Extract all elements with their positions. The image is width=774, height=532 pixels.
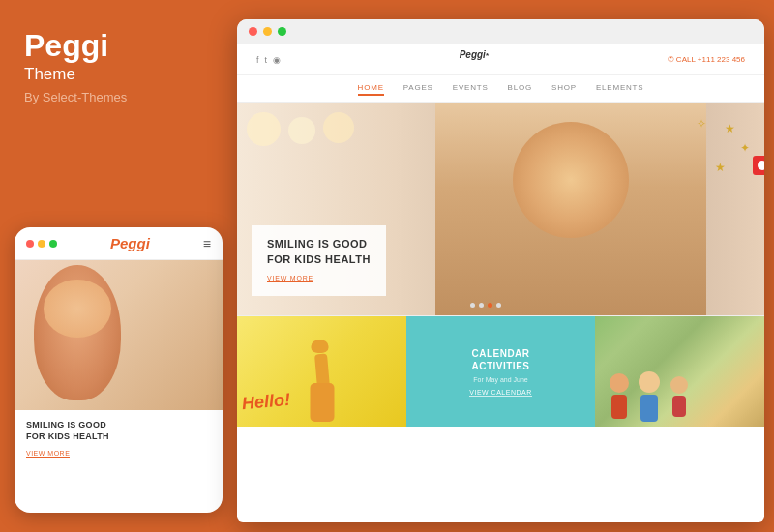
mobile-dot-green <box>49 240 57 248</box>
mobile-baby-image <box>34 265 121 400</box>
card-giraffe[interactable]: Hello! <box>237 316 406 427</box>
call-number: +111 223 456 <box>698 55 745 64</box>
pom-3 <box>323 112 354 143</box>
browser-mockup: f t ◉ Peggi* ✆ CALL +111 223 456 HOME PA… <box>237 19 764 522</box>
hero-section: ★ ✦ ✧ ★ SMILING IS GOODFOR KIDS HEALTH V… <box>237 103 764 315</box>
slide-dot-4[interactable] <box>496 303 501 308</box>
star-decoration-3: ✧ <box>697 117 706 131</box>
pom-2 <box>288 117 315 144</box>
giraffe-illustration <box>295 340 348 422</box>
hero-overlay: SMILING IS GOODFOR KIDS HEALTH VIEW MORE <box>252 225 386 296</box>
card-kids-photo[interactable] <box>595 316 764 427</box>
pom-decorations <box>247 112 354 146</box>
calendar-subtitle: For May and June <box>473 376 527 383</box>
hero-title: SMILING IS GOODFOR KIDS HEALTH <box>267 237 371 267</box>
star-decoration-4: ★ <box>715 161 726 174</box>
kids-photo-image <box>595 316 764 427</box>
mobile-window-controls <box>26 240 57 248</box>
star-decoration-1: ★ <box>725 122 735 135</box>
hamburger-menu-icon[interactable]: ≡ <box>203 237 211 251</box>
site-logo[interactable]: Peggi* <box>460 48 489 71</box>
pom-1 <box>247 112 281 146</box>
nav-shop[interactable]: SHOP <box>551 81 577 96</box>
left-panel: Peggi Theme By Select-Themes Peggi ≡ SMI… <box>0 0 237 532</box>
hero-view-more-link[interactable]: VIEW MORE <box>267 275 313 282</box>
browser-dot-yellow[interactable] <box>263 27 272 36</box>
mobile-hero-image <box>15 260 223 410</box>
slide-dot-3[interactable] <box>488 303 492 308</box>
nav-pages[interactable]: PAGES <box>403 81 433 96</box>
slide-dot-2[interactable] <box>479 303 484 308</box>
bottom-cards: Hello! CALENDARACTIVITIES For May and Ju… <box>237 315 764 427</box>
instagram-icon[interactable]: ◉ <box>273 55 281 65</box>
brand-title: Peggi Theme <box>24 29 213 84</box>
giraffe-head <box>311 340 328 353</box>
social-icons: f t ◉ <box>256 55 281 65</box>
mobile-hero-title: SMILING IS GOODFOR KIDS HEALTH <box>26 420 211 442</box>
calendar-view-link[interactable]: VIEW CALENDAR <box>469 389 531 397</box>
giraffe-body <box>310 383 334 422</box>
mobile-dot-yellow <box>38 240 45 248</box>
kid-figure-2 <box>639 371 660 422</box>
kid-figure-1 <box>610 373 629 419</box>
hello-text: Hello! <box>241 390 291 414</box>
nav-elements[interactable]: ELEMENTS <box>596 81 644 96</box>
browser-dot-red[interactable] <box>249 27 257 36</box>
website-content: f t ◉ Peggi* ✆ CALL +111 223 456 HOME PA… <box>237 44 764 522</box>
calendar-activities-title: CALENDARACTIVITIES <box>471 347 529 372</box>
mobile-mockup: Peggi ≡ SMILING IS GOODFOR KIDS HEALTH V… <box>15 227 223 513</box>
mobile-caption: SMILING IS GOODFOR KIDS HEALTH VIEW MORE <box>15 410 223 469</box>
site-header: f t ◉ Peggi* ✆ CALL +111 223 456 <box>237 44 764 75</box>
mobile-dot-red <box>26 240 34 248</box>
nav-blog[interactable]: BLOG <box>508 81 532 96</box>
slide-dot-1[interactable] <box>470 303 475 308</box>
byline: By Select-Themes <box>24 90 213 104</box>
notification-badge[interactable] <box>753 156 764 175</box>
mobile-top-bar: Peggi ≡ <box>15 227 223 260</box>
nav-events[interactable]: EVENTS <box>453 81 489 96</box>
twitter-icon[interactable]: t <box>265 55 268 65</box>
hero-decorations: ★ ✦ ✧ ★ <box>677 112 755 190</box>
mobile-view-more-link[interactable]: VIEW MORE <box>26 450 70 458</box>
card-calendar[interactable]: CALENDARACTIVITIES For May and June VIEW… <box>406 316 595 427</box>
nav-home[interactable]: HOME <box>358 81 384 96</box>
facebook-icon[interactable]: f <box>256 55 259 65</box>
mobile-logo: Peggi <box>110 235 150 251</box>
kid-figure-3 <box>670 376 688 417</box>
notification-icon <box>758 161 764 170</box>
slideshow-indicators <box>470 303 501 308</box>
hero-baby-image <box>435 103 706 315</box>
browser-dot-green[interactable] <box>278 27 286 36</box>
browser-chrome <box>237 19 764 44</box>
call-info: ✆ CALL +111 223 456 <box>668 55 745 64</box>
star-decoration-2: ✦ <box>740 141 750 155</box>
site-navigation: HOME PAGES EVENTS BLOG SHOP ELEMENTS <box>237 75 764 103</box>
call-label: ✆ CALL <box>668 55 696 64</box>
